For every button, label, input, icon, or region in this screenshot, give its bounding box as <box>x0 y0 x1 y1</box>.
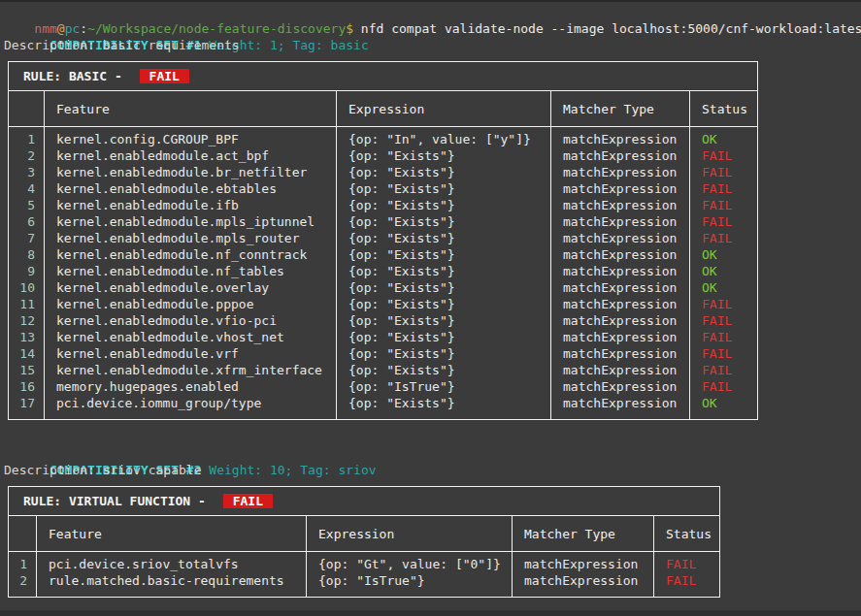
header-matcher-type: Matcher Type <box>513 516 654 551</box>
set-2-title-line: COMPATIBILITY SET #2 Weight: 10; Tag: sr… <box>4 445 861 462</box>
set-1-description: Description: basic requirements <box>4 37 861 53</box>
prompt-user: nmm <box>34 21 56 36</box>
header-expression: Expression <box>337 91 551 126</box>
cell-expression: {op: "Exists"} <box>337 329 550 345</box>
header-status: Status <box>654 516 719 551</box>
table-column-matcher: matchExpressionmatchExpressionmatchExpre… <box>551 127 690 419</box>
cell-n: 11 <box>9 296 44 312</box>
cell-status: FAIL <box>690 296 757 312</box>
compatibility-set-1: COMPATIBILITY SET #1 Weight: 1; Tag: bas… <box>4 20 861 420</box>
cell-feature: kernel.enabledmodule.vfio-pci <box>45 312 336 329</box>
table-header-row: Feature Expression Matcher Type Status <box>9 91 757 127</box>
cell-status: FAIL <box>690 164 757 180</box>
cell-matcher: matchExpression <box>551 197 689 213</box>
cell-matcher: matchExpression <box>551 296 689 312</box>
cell-matcher: matchExpression <box>551 213 689 230</box>
cell-matcher: matchExpression <box>551 329 689 345</box>
cell-n: 2 <box>9 147 44 164</box>
cell-feature: kernel.enabledmodule.ebtables <box>45 180 336 197</box>
cell-n: 15 <box>9 362 44 378</box>
cell-matcher: matchExpression <box>551 164 689 180</box>
rule-label: RULE: BASIC - <box>23 69 130 83</box>
window-bottom-edge <box>0 610 861 616</box>
cell-feature: kernel.enabledmodule.mpls_iptunnel <box>45 213 336 230</box>
table-body: 12pci.device.sriov_totalvfsrule.matched.… <box>9 552 719 597</box>
table-column-expression: {op: "Gt", value: ["0"]}{op: "IsTrue"} <box>307 552 513 597</box>
prompt-path: ~/Workspace/node-feature-discovery <box>87 21 346 36</box>
cell-expression: {op: "Exists"} <box>337 230 550 246</box>
cell-status: OK <box>690 246 757 263</box>
header-feature: Feature <box>45 91 337 126</box>
cell-feature: kernel.enabledmodule.overlay <box>45 279 336 296</box>
cell-n: 2 <box>9 572 36 589</box>
cell-feature: kernel.enabledmodule.pppoe <box>45 296 336 312</box>
cell-expression: {op: "Exists"} <box>337 164 550 180</box>
cell-matcher: matchExpression <box>551 378 689 395</box>
cell-matcher: matchExpression <box>551 131 689 147</box>
cell-status: OK <box>690 279 757 296</box>
table-column-status: FAILFAIL <box>654 552 719 597</box>
set-2-meta: Weight: 10; Tag: sriov <box>202 463 377 477</box>
table-column-feature: kernel.config.CGROUP_BPFkernel.enabledmo… <box>45 127 337 419</box>
cell-matcher: matchExpression <box>551 147 689 164</box>
table-body: 1234567891011121314151617kernel.config.C… <box>9 127 757 419</box>
prompt-at-sign: @ <box>57 21 65 36</box>
cell-status: FAIL <box>690 329 757 345</box>
cell-feature: pci.device.sriov_totalvfs <box>37 556 306 572</box>
cell-n: 5 <box>9 197 44 213</box>
cell-n: 14 <box>9 345 44 362</box>
rule-status-badge: FAIL <box>140 69 189 83</box>
cell-expression: {op: "Exists"} <box>337 345 550 362</box>
cell-matcher: matchExpression <box>551 180 689 197</box>
cell-expression: {op: "IsTrue"} <box>307 572 512 589</box>
shell-prompt-line: nmm@pc:~/Workspace/node-feature-discover… <box>4 4 861 20</box>
table-header-row: Feature Expression Matcher Type Status <box>9 516 719 552</box>
compatibility-set-2: COMPATIBILITY SET #2 Weight: 10; Tag: sr… <box>4 445 861 598</box>
cell-feature: kernel.enabledmodule.vhost_net <box>45 329 336 345</box>
cell-status: FAIL <box>690 230 757 246</box>
cell-expression: {op: "Exists"} <box>337 263 550 279</box>
cell-matcher: matchExpression <box>551 279 689 296</box>
terminal-window[interactable]: nmm@pc:~/Workspace/node-feature-discover… <box>0 2 861 598</box>
cell-matcher: matchExpression <box>551 312 689 329</box>
header-status: Status <box>690 91 757 126</box>
cell-expression: {op: "Exists"} <box>337 312 550 329</box>
cell-status: FAIL <box>690 213 757 230</box>
cell-status: FAIL <box>690 312 757 329</box>
cell-matcher: matchExpression <box>551 263 689 279</box>
cell-n: 17 <box>9 395 44 411</box>
cell-status: OK <box>690 131 757 147</box>
cell-n: 6 <box>9 213 44 230</box>
prompt-separator: : <box>80 21 87 36</box>
cell-expression: {op: "In", value: ["y"]} <box>337 131 550 147</box>
cell-status: FAIL <box>690 197 757 213</box>
cell-expression: {op: "Exists"} <box>337 279 550 296</box>
cell-expression: {op: "Gt", value: ["0"]} <box>307 556 512 572</box>
cell-feature: pci.device.iommu_group/type <box>45 395 336 411</box>
cell-feature: kernel.enabledmodule.vrf <box>45 345 336 362</box>
cell-n: 12 <box>9 312 44 329</box>
cell-n: 8 <box>9 246 44 263</box>
cell-feature: memory.hugepages.enabled <box>45 378 336 395</box>
cell-feature: kernel.enabledmodule.xfrm_interface <box>45 362 336 378</box>
header-expression: Expression <box>307 516 513 551</box>
table-column-status: OKFAILFAILFAILFAILFAILFAILOKOKOKFAILFAIL… <box>690 127 757 419</box>
cell-expression: {op: "Exists"} <box>337 147 550 164</box>
table-column-n: 12 <box>9 552 37 597</box>
cell-feature: kernel.config.CGROUP_BPF <box>45 131 336 147</box>
cell-expression: {op: "Exists"} <box>337 296 550 312</box>
cell-n: 4 <box>9 180 44 197</box>
rule-table-basic: RULE: BASIC - FAIL Feature Expression Ma… <box>8 61 758 420</box>
table-column-matcher: matchExpressionmatchExpression <box>513 552 654 597</box>
header-feature: Feature <box>37 516 307 551</box>
cell-matcher: matchExpression <box>551 345 689 362</box>
cell-status: FAIL <box>654 572 719 589</box>
cell-status: FAIL <box>690 180 757 197</box>
prompt-host: pc <box>65 21 81 36</box>
rule-status-badge: FAIL <box>223 494 273 508</box>
cell-n: 16 <box>9 378 44 395</box>
header-matcher-type: Matcher Type <box>551 91 690 126</box>
cell-n: 1 <box>9 556 36 572</box>
cell-matcher: matchExpression <box>513 572 653 589</box>
header-index <box>9 516 37 551</box>
